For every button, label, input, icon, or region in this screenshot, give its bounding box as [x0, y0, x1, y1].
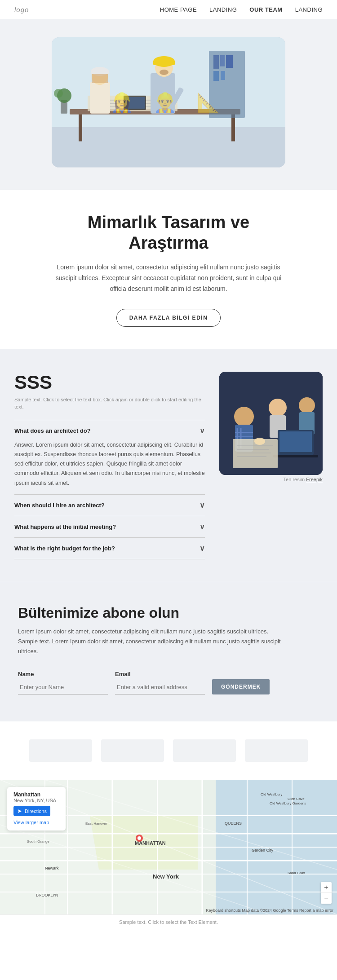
faq-section: SSS Sample text. Click to select the tex… — [0, 349, 337, 582]
faq-chevron-3: ∨ — [200, 523, 205, 531]
logo-box-1 — [29, 739, 92, 762]
main-description: Lorem ipsum dolor sit amet, consectetur … — [54, 262, 283, 294]
navbar: logo HOME PAGE LANDING OUR TEAM LANDING — [0, 0, 337, 19]
faq-chevron-1: ∨ — [200, 426, 205, 435]
svg-text:New York: New York — [153, 873, 179, 880]
name-input[interactable] — [18, 680, 108, 694]
svg-rect-23 — [226, 55, 233, 68]
faq-chevron-4: ∨ — [200, 544, 205, 553]
svg-point-33 — [234, 407, 254, 426]
map-info-card: Manhattan New York, NY, USA ➤ Directions… — [7, 787, 66, 831]
faq-item-1: What does an architect do? ∨ Answer. Lor… — [14, 420, 205, 494]
faq-image-credit: Ten resim Freepik — [219, 477, 323, 482]
map-city: Manhattan — [13, 791, 59, 798]
map-background: MANHATTAN Newark BROOKLYN New York QUEEN… — [0, 780, 337, 914]
svg-rect-14 — [151, 73, 175, 114]
main-title: Mimarlık Tasarım ve Araştırma — [54, 212, 283, 253]
faq-question-1[interactable]: What does an architect do? ∨ — [14, 426, 205, 435]
svg-text:Newark: Newark — [45, 866, 59, 870]
svg-point-39 — [269, 399, 287, 417]
nav-item-landing2[interactable]: LANDING — [295, 5, 323, 13]
svg-text:Glen Cove: Glen Cove — [288, 797, 305, 801]
logos-row — [14, 739, 323, 762]
svg-text:Old Westbury: Old Westbury — [261, 792, 282, 796]
submit-button[interactable]: GÖNDERMEK — [212, 679, 270, 694]
zoom-out-button[interactable]: − — [321, 893, 332, 904]
svg-text:BROOKLYN: BROOKLYN — [36, 893, 58, 897]
hero-section — [0, 19, 337, 190]
svg-point-87 — [137, 836, 141, 840]
svg-point-18 — [160, 70, 168, 75]
nav-links: HOME PAGE LANDING OUR TEAM LANDING — [160, 5, 323, 13]
name-group: Name — [18, 671, 108, 694]
svg-rect-21 — [213, 55, 219, 69]
svg-text:South Orange: South Orange — [27, 839, 49, 844]
svg-text:Old Westbury Gardens: Old Westbury Gardens — [270, 801, 306, 805]
svg-rect-12 — [91, 70, 109, 74]
map-address: New York, NY, USA — [13, 798, 59, 803]
svg-point-41 — [299, 397, 315, 413]
map-section: MANHATTAN Newark BROOKLYN New York QUEEN… — [0, 780, 337, 914]
svg-text:QUEENS: QUEENS — [225, 821, 242, 826]
name-label: Name — [18, 671, 108, 677]
hero-image-placeholder — [52, 37, 285, 167]
svg-rect-44 — [279, 431, 312, 452]
svg-rect-9 — [90, 82, 110, 114]
svg-rect-17 — [153, 61, 175, 65]
logo-box-3 — [173, 739, 236, 762]
svg-rect-46 — [233, 439, 278, 468]
zoom-in-button[interactable]: + — [321, 882, 332, 893]
faq-question-3[interactable]: What happens at the initial meeting? ∨ — [14, 523, 205, 531]
svg-rect-29 — [124, 96, 146, 110]
logos-section — [0, 721, 337, 780]
svg-rect-25 — [221, 71, 225, 80]
faq-item-4: What is the right budget for the job? ∨ — [14, 537, 205, 559]
svg-rect-13 — [92, 74, 108, 83]
cta-button[interactable]: DAHA FAZLA BİLGİ EDİN — [116, 309, 221, 327]
svg-point-28 — [54, 89, 63, 98]
svg-text:Garden City: Garden City — [252, 848, 274, 853]
nav-item-landing1[interactable]: LANDING — [209, 5, 237, 13]
hero-image — [52, 37, 285, 167]
email-group: Email — [115, 671, 205, 694]
svg-point-51 — [254, 438, 265, 445]
nav-item-homepage[interactable]: HOME PAGE — [160, 5, 197, 13]
email-label: Email — [115, 671, 205, 677]
faq-image — [219, 372, 323, 475]
map-attribution: Keyboard shortcuts Map data ©2024 Google… — [206, 908, 333, 913]
newsletter-description: Lorem ipsum dolor sit amet, consectetur … — [18, 627, 288, 656]
svg-text:Sand Point: Sand Point — [288, 871, 306, 875]
map-zoom-controls: + − — [321, 882, 332, 904]
newsletter-title: Bültenimize abone olun — [18, 605, 319, 621]
faq-chevron-2: ∨ — [200, 501, 205, 510]
svg-rect-24 — [213, 71, 219, 81]
faq-question-2[interactable]: When should I hire an architect? ∨ — [14, 501, 205, 510]
faq-left-panel: SSS Sample text. Click to select the tex… — [14, 372, 205, 559]
svg-rect-4 — [231, 114, 235, 141]
svg-text:East Hanover: East Hanover — [85, 822, 107, 826]
footer-note: Sample text. Click to select the Text El… — [0, 914, 337, 929]
view-larger-link[interactable]: View larger map — [13, 820, 49, 825]
faq-title: SSS — [14, 372, 205, 393]
faq-answer-1: Answer. Lorem ipsum dolor sit amet, cons… — [14, 440, 205, 488]
email-input[interactable] — [115, 680, 205, 694]
faq-subtitle: Sample text. Click to select the text bo… — [14, 396, 205, 411]
faq-right-panel: Ten resim Freepik — [219, 372, 323, 482]
directions-icon: ➤ — [17, 808, 22, 814]
faq-item-2: When should I hire an architect? ∨ — [14, 494, 205, 516]
logo: logo — [14, 6, 29, 13]
svg-rect-3 — [79, 114, 82, 141]
logo-box-2 — [101, 739, 164, 762]
newsletter-section: Bültenimize abone olun Lorem ipsum dolor… — [0, 582, 337, 721]
svg-rect-45 — [273, 455, 318, 457]
faq-question-4[interactable]: What is the right budget for the job? ∨ — [14, 544, 205, 553]
svg-rect-22 — [220, 55, 225, 66]
nav-item-ourteam[interactable]: OUR TEAM — [249, 5, 282, 13]
main-section: Mimarlık Tasarım ve Araştırma Lorem ipsu… — [0, 190, 337, 349]
logo-box-4 — [245, 739, 308, 762]
faq-item-3: What happens at the initial meeting? ∨ — [14, 516, 205, 537]
directions-button[interactable]: ➤ Directions — [13, 806, 50, 816]
newsletter-form: Name Email GÖNDERMEK — [18, 671, 319, 694]
svg-rect-30 — [125, 97, 145, 109]
